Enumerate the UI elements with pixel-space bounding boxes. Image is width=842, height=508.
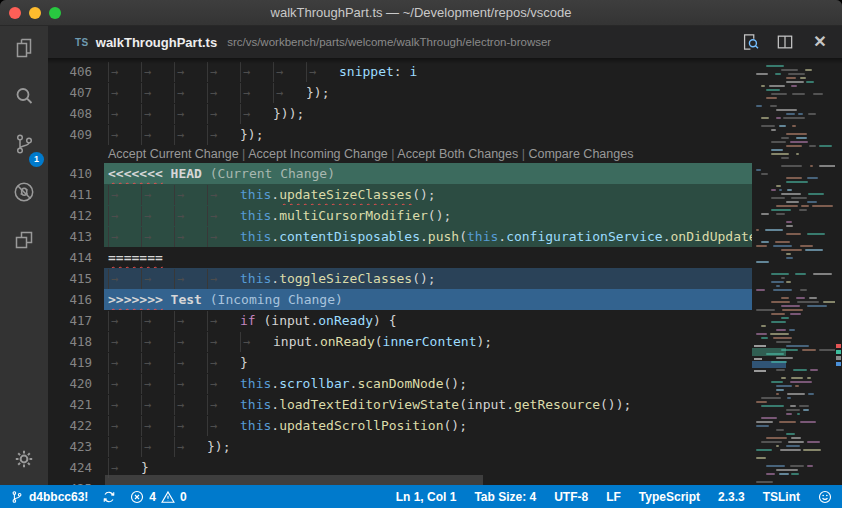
minimap-line xyxy=(786,77,796,79)
tab-filename[interactable]: walkThroughPart.ts xyxy=(96,35,217,50)
line-content[interactable]: →→→→this.updatedScrollPosition(); xyxy=(104,415,752,436)
tab-whitespace: → xyxy=(207,311,240,331)
open-preview-icon[interactable] xyxy=(740,32,760,52)
code-line[interactable]: 416>>>>>>> Test (Incoming Change) xyxy=(48,289,752,310)
line-number[interactable]: 416 xyxy=(48,289,104,310)
activity-search[interactable] xyxy=(0,74,48,122)
line-content[interactable]: →→→→→})); xyxy=(104,103,752,124)
status-sync[interactable] xyxy=(102,490,116,504)
line-number[interactable]: 412 xyxy=(48,205,104,226)
tab-whitespace: → xyxy=(207,332,240,352)
minimap-line xyxy=(771,281,784,283)
status-ts-version[interactable]: 2.3.3 xyxy=(718,490,745,504)
code-line[interactable]: 417→→→→if (input.onReady) { xyxy=(48,310,752,331)
line-content[interactable]: →→→→this.toggleSizeClasses(); xyxy=(104,268,752,289)
minimap[interactable] xyxy=(752,58,835,485)
line-number[interactable]: 406 xyxy=(48,61,104,82)
code-line[interactable]: 406→→→→→→→snippet: i xyxy=(48,61,752,82)
window-zoom-button[interactable] xyxy=(49,7,61,19)
line-number[interactable]: 410 xyxy=(48,163,104,184)
line-number[interactable]: 413 xyxy=(48,226,104,247)
line-content[interactable]: <<<<<<< HEAD (Current Change) xyxy=(104,163,752,184)
status-cursor-position[interactable]: Ln 1, Col 1 xyxy=(396,490,457,504)
line-number[interactable]: 411 xyxy=(48,184,104,205)
code-line[interactable]: 407→→→→→→}); xyxy=(48,82,752,103)
line-number[interactable]: 421 xyxy=(48,394,104,415)
line-content[interactable]: →→→→this.multiCursorModifier(); xyxy=(104,205,752,226)
line-number[interactable]: 417 xyxy=(48,310,104,331)
code-line[interactable]: 415→→→→this.toggleSizeClasses(); xyxy=(48,268,752,289)
line-content[interactable]: →→→→this.loadTextEditorViewState(input.g… xyxy=(104,394,752,415)
line-number[interactable]: 408 xyxy=(48,103,104,124)
line-number[interactable]: 419 xyxy=(48,352,104,373)
line-number[interactable]: 425 xyxy=(48,478,104,485)
activity-explorer[interactable] xyxy=(0,26,48,74)
overview-ruler[interactable] xyxy=(835,58,842,485)
line-number[interactable]: 409 xyxy=(48,124,104,145)
window-close-button[interactable] xyxy=(9,7,21,19)
code-lines[interactable]: 406→→→→→→→snippet: i407→→→→→→});408→→→→→… xyxy=(48,58,752,485)
line-content[interactable]: →→→→if (input.onReady) { xyxy=(104,310,752,331)
code-line[interactable]: 410<<<<<<< HEAD (Current Change) xyxy=(48,163,752,184)
line-number[interactable]: 407 xyxy=(48,82,104,103)
status-tab-size[interactable]: Tab Size: 4 xyxy=(474,490,536,504)
codelens-link[interactable]: Compare Changes xyxy=(528,147,633,161)
line-content[interactable]: →→→→} xyxy=(104,352,752,373)
line-number[interactable]: 424 xyxy=(48,457,104,478)
line-number[interactable]: 420 xyxy=(48,373,104,394)
status-language-mode[interactable]: TypeScript xyxy=(639,490,700,504)
tab-whitespace: → xyxy=(174,104,207,124)
line-content[interactable]: >>>>>>> Test (Incoming Change) xyxy=(104,289,752,310)
error-icon xyxy=(130,490,144,504)
minimap-line xyxy=(771,197,785,199)
line-content[interactable]: →→→→this.scrollbar.scanDomNode(); xyxy=(104,373,752,394)
feedback-smiley-icon[interactable] xyxy=(818,490,832,504)
window-minimize-button[interactable] xyxy=(29,7,41,19)
line-number[interactable]: 422 xyxy=(48,415,104,436)
line-number[interactable]: 414 xyxy=(48,247,104,268)
line-content[interactable]: →→→→this.contentDisposables.push(this.co… xyxy=(104,226,752,247)
status-git-branch[interactable]: d4bbcc63! xyxy=(10,490,88,504)
code-line[interactable]: 413→→→→this.contentDisposables.push(this… xyxy=(48,226,752,247)
code-line[interactable]: 423→→→}); xyxy=(48,436,752,457)
status-encoding[interactable]: UTF-8 xyxy=(554,490,588,504)
code-line[interactable]: 409→→→→}); xyxy=(48,124,752,145)
tab-whitespace: → xyxy=(141,416,174,436)
codelens-link[interactable]: Accept Current Change xyxy=(108,147,239,161)
window-titlebar: walkThroughPart.ts — ~/Development/repos… xyxy=(0,0,842,26)
code-line[interactable]: 414======= xyxy=(48,247,752,268)
activity-settings[interactable] xyxy=(0,437,48,485)
codelens-link[interactable]: Accept Both Changes xyxy=(397,147,518,161)
line-content[interactable]: →→→}); xyxy=(104,436,752,457)
line-content[interactable]: →→→→→→→snippet: i xyxy=(104,61,752,82)
line-content[interactable]: →→→→→input.onReady(innerContent); xyxy=(104,331,752,352)
line-content[interactable]: →→→→→→}); xyxy=(104,82,752,103)
line-number[interactable]: 418 xyxy=(48,331,104,352)
split-editor-icon[interactable] xyxy=(775,32,795,52)
status-problems[interactable]: 4 0 xyxy=(130,490,186,504)
line-number[interactable]: 423 xyxy=(48,436,104,457)
code-line[interactable]: 420→→→→this.scrollbar.scanDomNode(); xyxy=(48,373,752,394)
status-eol[interactable]: LF xyxy=(606,490,621,504)
code-token: loadTextEditorViewState xyxy=(279,397,459,412)
code-line[interactable]: 418→→→→→input.onReady(innerContent); xyxy=(48,331,752,352)
line-content[interactable]: →→→→this.updateSizeClasses(); xyxy=(104,184,752,205)
status-tslint[interactable]: TSLint xyxy=(763,490,800,504)
activity-debug[interactable] xyxy=(0,170,48,218)
close-icon[interactable]: ✕ xyxy=(810,32,830,52)
code-line[interactable]: 422→→→→this.updatedScrollPosition(); xyxy=(48,415,752,436)
line-content[interactable]: ======= xyxy=(104,247,752,268)
minimap-line xyxy=(801,205,809,207)
line-number[interactable]: 415 xyxy=(48,268,104,289)
code-line[interactable]: 421→→→→this.loadTextEditorViewState(inpu… xyxy=(48,394,752,415)
code-line[interactable]: 419→→→→} xyxy=(48,352,752,373)
code-line[interactable]: 412→→→→this.multiCursorModifier(); xyxy=(48,205,752,226)
code-line[interactable]: 411→→→→this.updateSizeClasses(); xyxy=(48,184,752,205)
line-content[interactable]: →→→→}); xyxy=(104,124,752,145)
horizontal-scrollbar[interactable] xyxy=(105,475,483,485)
activity-extensions[interactable] xyxy=(0,218,48,266)
minimap-line xyxy=(781,317,789,319)
activity-source-control[interactable]: 1 xyxy=(0,122,48,170)
codelens-link[interactable]: Accept Incoming Change xyxy=(248,147,388,161)
code-line[interactable]: 408→→→→→})); xyxy=(48,103,752,124)
